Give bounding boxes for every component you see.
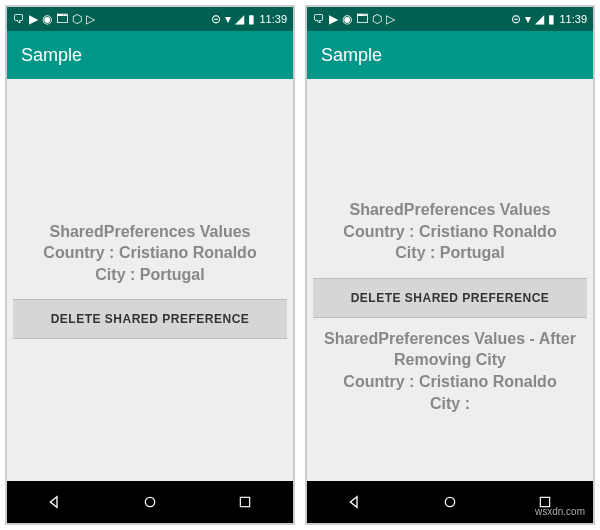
svg-point-2 — [445, 497, 454, 506]
prefs-title: SharedPreferences Values — [43, 221, 256, 243]
status-left: 🗨 ▶ ◉ 🗔 ⬡ ▷ — [13, 13, 95, 25]
battery-icon: ▮ — [248, 13, 255, 25]
prefs-text-block: SharedPreferences Values Country : Crist… — [33, 221, 266, 286]
signal-icon: ◢ — [235, 13, 244, 25]
status-right: ⊝ ▾ ◢ ▮ 11:39 — [211, 13, 287, 25]
plane-icon: ▷ — [386, 13, 395, 25]
nav-home-button[interactable] — [441, 493, 459, 511]
play-icon: ▶ — [329, 13, 338, 25]
dnd-icon: ⊝ — [211, 13, 221, 25]
app-title: Sample — [321, 45, 382, 66]
nav-back-button[interactable] — [46, 493, 64, 511]
battery-icon: ▮ — [548, 13, 555, 25]
window-icon: 🗔 — [56, 13, 68, 25]
prefs-country: Country : Cristiano Ronaldo — [343, 221, 556, 243]
wifi-icon: ▾ — [525, 13, 531, 25]
plane-icon: ▷ — [86, 13, 95, 25]
phone-screenshot-left: 🗨 ▶ ◉ 🗔 ⬡ ▷ ⊝ ▾ ◢ ▮ 11:39 Sample SharedP… — [5, 5, 295, 525]
content-area: SharedPreferences Values Country : Crist… — [307, 79, 593, 481]
svg-point-0 — [145, 497, 154, 506]
signal-icon: ◢ — [535, 13, 544, 25]
app-bar: Sample — [307, 31, 593, 79]
hex-icon: ⬡ — [372, 13, 382, 25]
prefs-country: Country : Cristiano Ronaldo — [43, 242, 256, 264]
prefs-text-block: SharedPreferences Values Country : Crist… — [333, 199, 566, 264]
message-icon: 🗨 — [13, 13, 25, 25]
status-bar: 🗨 ▶ ◉ 🗔 ⬡ ▷ ⊝ ▾ ◢ ▮ 11:39 — [7, 7, 293, 31]
status-time: 11:39 — [259, 13, 287, 25]
dnd-icon: ⊝ — [511, 13, 521, 25]
prefs-city: City : Portugal — [43, 264, 256, 286]
prefs-title: SharedPreferences Values — [343, 199, 556, 221]
prefs-after-text-block: SharedPreferences Values - After Removin… — [313, 328, 587, 414]
nav-recent-button[interactable] — [236, 493, 254, 511]
nav-back-button[interactable] — [346, 493, 364, 511]
status-left: 🗨 ▶ ◉ 🗔 ⬡ ▷ — [313, 13, 395, 25]
status-right: ⊝ ▾ ◢ ▮ 11:39 — [511, 13, 587, 25]
phone-screenshot-right: 🗨 ▶ ◉ 🗔 ⬡ ▷ ⊝ ▾ ◢ ▮ 11:39 Sample SharedP… — [305, 5, 595, 525]
prefs-after-country: Country : Cristiano Ronaldo — [323, 371, 577, 393]
nav-recent-button[interactable] — [536, 493, 554, 511]
prefs-city: City : Portugal — [343, 242, 556, 264]
dot-icon: ◉ — [42, 13, 52, 25]
delete-shared-preference-button[interactable]: DELETE SHARED PREFERENCE — [13, 299, 287, 339]
play-icon: ▶ — [29, 13, 38, 25]
svg-rect-1 — [241, 497, 250, 506]
dot-icon: ◉ — [342, 13, 352, 25]
prefs-after-title: SharedPreferences Values - After Removin… — [323, 328, 577, 371]
nav-bar — [7, 481, 293, 523]
svg-rect-3 — [541, 497, 550, 506]
window-icon: 🗔 — [356, 13, 368, 25]
status-bar: 🗨 ▶ ◉ 🗔 ⬡ ▷ ⊝ ▾ ◢ ▮ 11:39 — [307, 7, 593, 31]
status-time: 11:39 — [559, 13, 587, 25]
app-bar: Sample — [7, 31, 293, 79]
app-title: Sample — [21, 45, 82, 66]
message-icon: 🗨 — [313, 13, 325, 25]
wifi-icon: ▾ — [225, 13, 231, 25]
nav-home-button[interactable] — [141, 493, 159, 511]
prefs-after-city: City : — [323, 393, 577, 415]
hex-icon: ⬡ — [72, 13, 82, 25]
content-area: SharedPreferences Values Country : Crist… — [7, 79, 293, 481]
nav-bar — [307, 481, 593, 523]
delete-shared-preference-button[interactable]: DELETE SHARED PREFERENCE — [313, 278, 587, 318]
